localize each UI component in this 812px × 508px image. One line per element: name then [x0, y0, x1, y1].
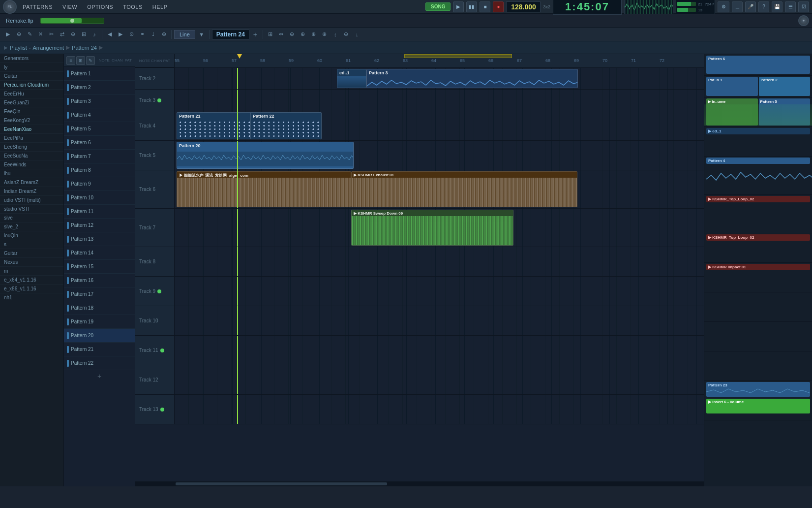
- sidebar-percu[interactable]: Percu..ion Cloudrum: [0, 81, 63, 90]
- sidebar-eewinds[interactable]: EeeWinds: [0, 160, 63, 169]
- sidebar-ly[interactable]: ly: [0, 63, 63, 72]
- right-block-insert6[interactable]: ▶ Insert 6 - Volume: [706, 399, 810, 413]
- sidebar-sive[interactable]: sive: [0, 214, 63, 222]
- block-track2-pattern3[interactable]: Pattern 3: [366, 69, 578, 88]
- save-btn[interactable]: 💾: [772, 1, 782, 12]
- toolbar-zoom[interactable]: ⊕: [68, 30, 78, 39]
- right-block-kshmr-top1[interactable]: ▶ KSHMR_Top_Loop_02: [706, 196, 810, 202]
- sidebar-s[interactable]: s: [0, 240, 63, 249]
- toolbar-cut[interactable]: ✂: [46, 30, 56, 39]
- sidebar-eenxiao[interactable]: EeeNanXiao: [0, 125, 63, 134]
- breadcrumb-playlist[interactable]: Playlist: [10, 45, 27, 51]
- pattern-item-13[interactable]: Pattern 13: [64, 232, 135, 246]
- add-pattern-button[interactable]: +: [64, 370, 135, 382]
- pattern-item-9[interactable]: Pattern 9: [64, 177, 135, 191]
- track-content-2[interactable]: ed..1 Pattern 3: [175, 68, 704, 89]
- mic-btn[interactable]: 🎤: [745, 1, 756, 12]
- toolbar-t1[interactable]: ⊞: [266, 30, 275, 39]
- pattern-item-2[interactable]: Pattern 2: [64, 81, 135, 95]
- sidebar-lhu[interactable]: lhu: [0, 169, 63, 178]
- right-block-inume[interactable]: ▶ In..ume: [706, 98, 758, 126]
- file-name[interactable]: Remake.flp: [3, 18, 36, 24]
- sidebar-nh1[interactable]: nh1: [0, 293, 63, 302]
- hscroll-bar[interactable]: [135, 481, 704, 486]
- pattern-item-3[interactable]: Pattern 3: [64, 95, 135, 108]
- sidebar-louqin[interactable]: louQin: [0, 231, 63, 240]
- menu-options[interactable]: OPTIONS: [83, 3, 117, 11]
- sidebar-eesuona[interactable]: EeeSuoNa: [0, 152, 63, 160]
- toolbar-left[interactable]: ◀: [105, 30, 115, 39]
- sidebar-generators[interactable]: Generators: [0, 54, 63, 63]
- toolbar-arrows[interactable]: ⇄: [57, 30, 67, 39]
- breadcrumb-arrangement[interactable]: Arrangement: [33, 45, 64, 51]
- pattern-grid-mode[interactable]: ⊞: [76, 56, 85, 65]
- sidebar-sive2[interactable]: sive_2: [0, 222, 63, 231]
- toolbar-t5[interactable]: ⊕: [309, 30, 319, 39]
- pattern-item-18[interactable]: Pattern 18: [64, 301, 135, 315]
- track-content-5[interactable]: Pattern 20: [175, 141, 704, 170]
- toolbar-volume[interactable]: ♪: [90, 30, 99, 39]
- sidebar-eeqin[interactable]: EeeQin: [0, 107, 63, 116]
- toolbar-t2[interactable]: ⇔: [276, 30, 286, 39]
- menu-view[interactable]: VIEW: [59, 3, 81, 11]
- pattern-item-12[interactable]: Pattern 12: [64, 219, 135, 232]
- chat-btn[interactable]: ☑: [798, 1, 809, 12]
- toolbar-t7[interactable]: ↕: [331, 30, 340, 39]
- menu-help[interactable]: HELP: [149, 3, 172, 11]
- toolbar-record[interactable]: ⊕: [14, 30, 24, 39]
- sidebar-studiovsti[interactable]: studio VSTI: [0, 205, 63, 214]
- hscroll-thumb[interactable]: [176, 482, 387, 485]
- record-button[interactable]: ●: [493, 1, 504, 12]
- pattern-display[interactable]: Pattern 24: [212, 30, 249, 39]
- pattern-item-19[interactable]: Pattern 19: [64, 315, 135, 329]
- mixer-btn[interactable]: ⚊: [732, 1, 743, 12]
- toolbar-magnet[interactable]: ⊙: [126, 30, 136, 39]
- block-track4-p22[interactable]: Pattern 22: [250, 112, 322, 139]
- track-content-4[interactable]: Pattern 21 Pattern 22: [175, 111, 704, 140]
- export-btn[interactable]: ☰: [785, 1, 796, 12]
- toolbar-link[interactable]: ⚭: [137, 30, 147, 39]
- track-content-10[interactable]: [175, 306, 704, 335]
- sidebar-eekong[interactable]: EeeKongV2: [0, 116, 63, 125]
- sidebar-x64[interactable]: e_x64_v1.1.16: [0, 276, 63, 285]
- pattern-view-mode[interactable]: ≡: [66, 56, 75, 65]
- block-track5-p20[interactable]: Pattern 20: [177, 142, 354, 169]
- toolbar-t3[interactable]: ⊕: [287, 30, 297, 39]
- pattern-item-14[interactable]: Pattern 14: [64, 246, 135, 260]
- block-track6-audio1[interactable]: ▶ 细细流水声-潺流_发给网_aigei_com: [177, 171, 351, 207]
- toolbar-erase[interactable]: ✕: [35, 30, 45, 39]
- pattern-item-7[interactable]: Pattern 7: [64, 150, 135, 163]
- block-track7-sweep[interactable]: ▶ KSHMR Sweep Down 09: [351, 210, 513, 246]
- pattern-item-17[interactable]: Pattern 17: [64, 287, 135, 301]
- right-block-pattern2-r[interactable]: Pattern 2: [759, 77, 811, 96]
- song-mode-button[interactable]: SONG: [425, 2, 451, 11]
- track-content-9[interactable]: [175, 277, 704, 306]
- menu-tools[interactable]: TOOLS: [119, 3, 147, 11]
- sidebar-eepipa[interactable]: EeePiPa: [0, 134, 63, 143]
- track-content-12[interactable]: [175, 365, 704, 394]
- track-content-13[interactable]: [175, 395, 704, 424]
- plugin-btn[interactable]: ⚙: [718, 1, 729, 12]
- right-block-pattern6[interactable]: Pattern 6: [706, 56, 810, 74]
- pattern-item-20[interactable]: Pattern 20: [64, 329, 135, 343]
- toolbar-special[interactable]: ⊛: [159, 30, 169, 39]
- toolbar-t9[interactable]: ↓: [352, 30, 362, 39]
- sidebar-guitar[interactable]: Guitar: [0, 72, 63, 81]
- pattern-item-6[interactable]: Pattern 6: [64, 136, 135, 150]
- pattern-item-8[interactable]: Pattern 8: [64, 163, 135, 177]
- sidebar-x86[interactable]: e_x86_v1.1.16: [0, 285, 63, 293]
- toolbar-draw[interactable]: ✎: [25, 30, 34, 39]
- sidebar-eeguanzi[interactable]: EeeGuanZi: [0, 98, 63, 107]
- sidebar-eeshan[interactable]: EeeSheng: [0, 143, 63, 152]
- pause-button[interactable]: ▮▮: [466, 1, 477, 12]
- sidebar-nexus[interactable]: Nexus: [0, 258, 63, 267]
- pattern-item-10[interactable]: Pattern 10: [64, 191, 135, 205]
- menu-patterns[interactable]: PATTERNS: [19, 3, 57, 11]
- toolbar-t4[interactable]: ⊕: [298, 30, 308, 39]
- track-content-7[interactable]: ▶ KSHMR Sweep Down 09: [175, 209, 704, 247]
- track-content-11[interactable]: [175, 336, 704, 365]
- right-block-kshmr-top2[interactable]: ▶ KSHMR_Top_Loop_02: [706, 234, 810, 241]
- right-block-pattern4[interactable]: Pattern 4: [706, 158, 810, 164]
- sidebar-indian[interactable]: Indian DreamZ: [0, 187, 63, 196]
- pattern-add[interactable]: +: [250, 30, 260, 39]
